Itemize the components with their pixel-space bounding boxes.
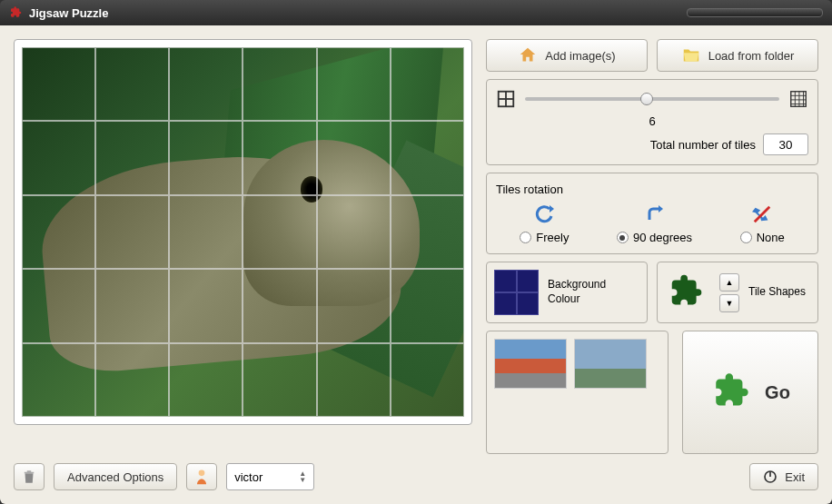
- app-icon: [9, 5, 24, 20]
- window-title: Jigsaw Puzzle: [29, 6, 108, 20]
- user-select[interactable]: victor ▲▼: [226, 463, 314, 490]
- user-icon-button[interactable]: [186, 463, 217, 490]
- rotation-90-radio[interactable]: 90 degrees: [617, 231, 692, 244]
- power-icon: [763, 469, 778, 484]
- tile-count-panel: 6 Total number of tiles: [486, 79, 818, 165]
- rotation-freely-radio[interactable]: Freely: [520, 231, 569, 244]
- trash-button[interactable]: [14, 463, 45, 490]
- rotation-none-radio[interactable]: None: [740, 231, 785, 244]
- exit-button[interactable]: Exit: [749, 463, 818, 490]
- rotate-none-icon: [751, 203, 773, 225]
- puzzle-go-icon: [710, 370, 756, 415]
- shape-down-button[interactable]: ▼: [719, 294, 739, 312]
- tile-shapes-control: ▲ ▼ Tile Shapes: [657, 262, 818, 323]
- shape-up-button[interactable]: ▲: [719, 273, 739, 292]
- rotate-free-icon: [533, 203, 555, 225]
- grid-large-icon: [788, 89, 808, 109]
- total-tiles-label: Total number of tiles: [650, 138, 756, 152]
- window-controls[interactable]: [687, 8, 823, 17]
- load-folder-button[interactable]: Load from folder: [657, 39, 818, 72]
- image-thumbnails-panel: [486, 331, 669, 454]
- rotation-panel: Tiles rotation Freely: [486, 173, 818, 254]
- folder-icon: [681, 45, 701, 65]
- trash-icon: [21, 469, 37, 485]
- advanced-options-button[interactable]: Advanced Options: [54, 463, 177, 490]
- thumbnail-1[interactable]: [494, 339, 567, 389]
- tile-shape-icon: [665, 270, 710, 315]
- slider-value: 6: [496, 114, 808, 128]
- svg-point-11: [199, 470, 205, 477]
- home-icon: [518, 45, 538, 65]
- rotation-title: Tiles rotation: [496, 183, 808, 196]
- go-button[interactable]: Go: [682, 331, 818, 454]
- select-arrows-icon: ▲▼: [299, 470, 306, 483]
- background-colour-button[interactable]: Background Colour: [486, 262, 648, 323]
- grid-small-icon: [496, 89, 516, 109]
- total-tiles-input[interactable]: [763, 133, 808, 155]
- tile-columns-slider[interactable]: [525, 97, 779, 101]
- titlebar[interactable]: Jigsaw Puzzle: [0, 0, 832, 25]
- add-images-button[interactable]: Add image(s): [486, 39, 648, 72]
- bg-colour-swatch: [494, 270, 539, 315]
- person-icon: [193, 468, 211, 486]
- thumbnail-2[interactable]: [574, 339, 647, 389]
- image-preview-panel: [14, 39, 472, 425]
- tile-grid-overlay: [22, 47, 464, 417]
- rotate-90-icon: [644, 203, 666, 225]
